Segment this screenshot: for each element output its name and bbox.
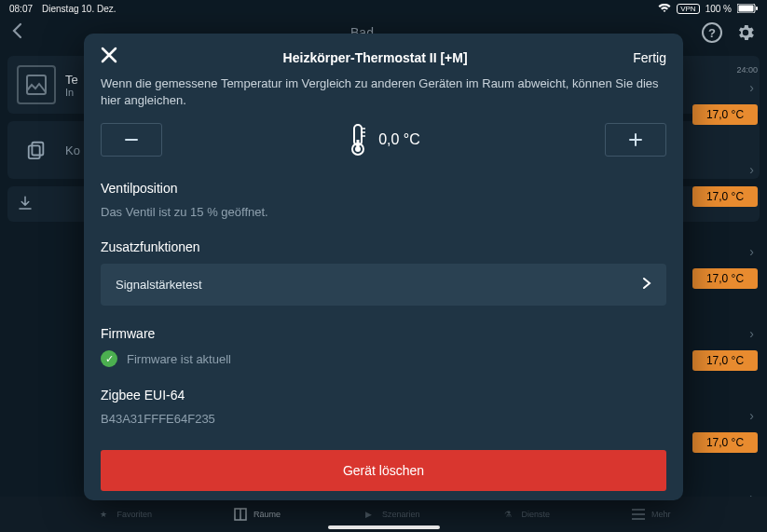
increase-button[interactable] [605,123,666,157]
status-date: Dienstag 10. Dez. [42,4,116,14]
temp-chip[interactable]: 17,0 °C [692,104,758,125]
battery-percent: 100 % [705,4,732,14]
firmware-status-text: Firmware ist aktuell [127,352,231,366]
extras-label: Zusatzfunktionen [101,239,666,254]
temp-chip[interactable]: 17,0 °C [692,268,758,289]
vpn-badge: VPN [677,4,699,14]
tab-rooms[interactable]: Räume [233,507,281,522]
placeholder-icon [17,65,56,104]
settings-icon[interactable] [735,22,756,43]
tab-label: Dienste [521,510,550,519]
decrease-button[interactable] [101,123,162,157]
chevron-right-icon [642,277,651,293]
modal-body: Wenn die gemessene Temperatur im Verglei… [84,75,683,500]
download-icon [17,195,34,214]
background-right-column: 24:00 › 17,0 °C › 17,0 °C › 17,0 °C › 17… [692,65,758,487]
tab-label: Szenarien [382,510,420,519]
battery-icon [737,4,758,13]
modal-title: Heizkörper-Thermostat II [+M] [117,50,633,65]
time-label: 24:00 [692,65,758,75]
firmware-label: Firmware [101,326,666,341]
svg-rect-10 [632,509,645,511]
scenario-icon: ▶ [362,507,377,522]
tab-scenarios[interactable]: ▶ Szenarien [362,507,420,522]
tab-label: Favoriten [116,510,152,519]
copy-icon [17,130,56,170]
bg-card-sub: In [65,87,78,98]
bg-chevron[interactable]: › [692,80,758,99]
bg-card-title: Te [65,73,78,87]
done-button[interactable]: Fertig [633,50,666,65]
thermometer-icon [347,123,369,157]
svg-rect-5 [27,75,46,94]
tab-favorites[interactable]: ★ Favoriten [96,507,152,522]
wifi-icon [658,4,671,13]
star-icon: ★ [96,507,111,522]
close-button[interactable] [101,47,117,68]
status-time: 08:07 [9,4,33,14]
temp-chip[interactable]: 17,0 °C [692,432,758,453]
delete-device-button[interactable]: Gerät löschen [101,450,666,491]
temperature-display: 0,0 °C [347,123,420,157]
valve-position-label: Ventilposition [101,181,666,196]
tab-label: Mehr [651,510,671,519]
tab-services[interactable]: ⚗ Dienste [500,507,550,522]
svg-rect-1 [739,6,754,12]
home-indicator[interactable] [328,525,440,529]
temp-chip[interactable]: 17,0 °C [692,186,758,207]
signal-test-label: Signalstärketest [116,278,202,292]
bg-card2-label: Ko [65,143,80,157]
device-settings-modal: Heizkörper-Thermostat II [+M] Fertig Wen… [84,34,683,500]
firmware-status-row: ✓ Firmware ist aktuell [101,350,666,367]
tab-more[interactable]: Mehr [631,507,671,522]
tab-label: Räume [253,510,281,519]
svg-rect-2 [756,7,758,10]
back-button[interactable] [11,22,22,44]
eui-value: B43A31FFFE64F235 [101,412,666,426]
bg-chevron[interactable]: › [692,326,758,345]
rooms-icon [233,507,248,522]
svg-rect-11 [632,513,645,515]
more-icon [631,507,646,522]
temperature-value: 0,0 °C [378,131,420,148]
svg-rect-6 [32,143,43,156]
eui-label: Zigbee EUI-64 [101,388,666,402]
description-text: Wenn die gemessene Temperatur im Verglei… [101,75,666,108]
bg-chevron[interactable]: › [692,408,758,427]
svg-rect-7 [29,145,40,158]
help-icon[interactable]: ? [702,22,722,43]
temperature-offset-row: 0,0 °C [101,123,666,157]
valve-position-value: Das Ventil ist zu 15 % geöffnet. [101,205,666,219]
svg-rect-12 [632,518,645,520]
signal-test-row[interactable]: Signalstärketest [101,264,666,306]
svg-text:?: ? [708,26,716,40]
services-icon: ⚗ [500,507,515,522]
bg-chevron[interactable]: › [692,244,758,263]
modal-header: Heizkörper-Thermostat II [+M] Fertig [84,34,683,75]
tab-bar: ★ Favoriten Räume ▶ Szenarien ⚗ Dienste … [0,497,767,532]
bg-chevron[interactable]: › [692,162,758,181]
temp-chip[interactable]: 17,0 °C [692,350,758,371]
status-bar: 08:07 Dienstag 10. Dez. VPN 100 % [0,0,767,17]
check-icon: ✓ [101,350,117,367]
